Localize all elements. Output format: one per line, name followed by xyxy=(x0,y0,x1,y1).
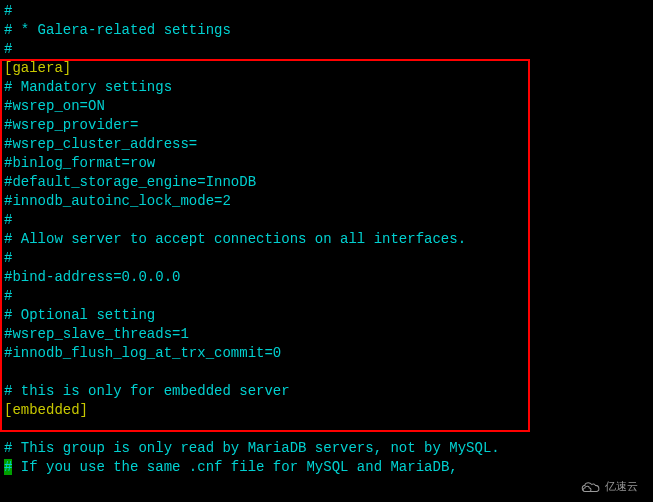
terminal-content: ## * Galera-related settings#[galera]# M… xyxy=(0,2,653,477)
terminal-line-3: [galera] xyxy=(0,59,653,78)
terminal-line-10: #innodb_autoinc_lock_mode=2 xyxy=(0,192,653,211)
terminal-line-15: # xyxy=(0,287,653,306)
watermark: 亿速云 xyxy=(580,478,638,497)
terminal-line-20: # this is only for embedded server xyxy=(0,382,653,401)
terminal-line-18: #innodb_flush_log_at_trx_commit=0 xyxy=(0,344,653,363)
terminal-line-16: # Optional setting xyxy=(0,306,653,325)
terminal-line-9: #default_storage_engine=InnoDB xyxy=(0,173,653,192)
terminal-line-22 xyxy=(0,420,653,439)
terminal-line-13: # xyxy=(0,249,653,268)
terminal-line-17: #wsrep_slave_threads=1 xyxy=(0,325,653,344)
terminal-line-last: # If you use the same .cnf file for MySQ… xyxy=(0,458,653,477)
terminal-line-21: [embedded] xyxy=(0,401,653,420)
terminal-line-12: # Allow server to accept connections on … xyxy=(0,230,653,249)
terminal-line-5: #wsrep_on=ON xyxy=(0,97,653,116)
terminal-line-0: # xyxy=(0,2,653,21)
terminal-lines: ## * Galera-related settings#[galera]# M… xyxy=(0,2,653,458)
terminal-line-4: # Mandatory settings xyxy=(0,78,653,97)
last-line-text: If you use the same .cnf file for MySQL … xyxy=(12,459,457,475)
terminal-line-11: # xyxy=(0,211,653,230)
terminal-line-8: #binlog_format=row xyxy=(0,154,653,173)
terminal-line-1: # * Galera-related settings xyxy=(0,21,653,40)
watermark-text: 亿速云 xyxy=(605,478,638,497)
terminal-line-14: #bind-address=0.0.0.0 xyxy=(0,268,653,287)
terminal-line-23: # This group is only read by MariaDB ser… xyxy=(0,439,653,458)
cloud-icon xyxy=(580,481,602,495)
terminal-line-2: # xyxy=(0,40,653,59)
terminal-line-6: #wsrep_provider= xyxy=(0,116,653,135)
terminal-line-19 xyxy=(0,363,653,382)
terminal-line-7: #wsrep_cluster_address= xyxy=(0,135,653,154)
